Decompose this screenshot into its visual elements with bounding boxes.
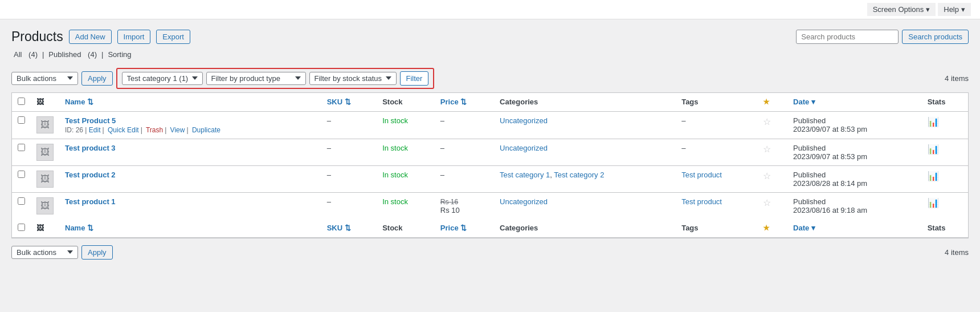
import-button[interactable]: Import bbox=[117, 30, 151, 44]
product-name-link[interactable]: Test product 3 bbox=[65, 144, 116, 152]
table-row: 🖼 Test product 2 – In stock – Test categ… bbox=[12, 165, 968, 192]
select-all-checkbox-bottom[interactable] bbox=[18, 224, 25, 231]
apply-top-button[interactable]: Apply bbox=[81, 71, 113, 86]
star-cell: ☆ bbox=[757, 139, 787, 165]
stock-status-filter-select[interactable]: Filter by stock status In stock Out of s… bbox=[309, 72, 397, 85]
tag-link[interactable]: Test product bbox=[681, 197, 722, 206]
category-link[interactable]: Uncategorized bbox=[500, 144, 548, 152]
image-placeholder-icon: 🖼 bbox=[40, 147, 50, 157]
export-button[interactable]: Export bbox=[156, 30, 190, 44]
star-button[interactable]: ☆ bbox=[763, 144, 771, 155]
star-button[interactable]: ☆ bbox=[763, 171, 771, 181]
add-new-button[interactable]: Add New bbox=[69, 30, 112, 44]
duplicate-link[interactable]: Duplicate bbox=[192, 126, 220, 134]
th-price[interactable]: Price ⇅ bbox=[435, 93, 494, 112]
all-link[interactable]: All (4) bbox=[11, 50, 40, 59]
products-table: 🖼 Name ⇅ SKU ⇅ Stock Price ⇅ Categories bbox=[11, 92, 969, 238]
stats-icon[interactable]: 📊 bbox=[928, 117, 939, 127]
date-cell: Published 2023/08/16 at 9:18 am bbox=[787, 192, 922, 219]
category-filter-select[interactable]: Test category 1 (1) bbox=[122, 72, 203, 85]
row-checkbox[interactable] bbox=[18, 171, 25, 178]
product-name-link[interactable]: Test product 1 bbox=[65, 197, 116, 206]
categories-cell: Uncategorized bbox=[494, 111, 676, 139]
product-type-filter-select[interactable]: Filter by product type Simple product Va… bbox=[206, 72, 306, 85]
star-button[interactable]: ☆ bbox=[763, 197, 771, 208]
filter-box: Test category 1 (1) Filter by product ty… bbox=[116, 68, 435, 89]
date-value: 2023/08/16 at 9:18 am bbox=[793, 206, 867, 214]
th-tags: Tags bbox=[676, 93, 757, 112]
sku-cell: – bbox=[321, 111, 377, 139]
bulk-actions-select-top[interactable]: Bulk actions Delete Move to Trash bbox=[11, 72, 78, 85]
sorting-link[interactable]: Sorting bbox=[105, 50, 133, 59]
chevron-down-icon: ▾ bbox=[961, 5, 965, 14]
help-label: Help bbox=[944, 5, 959, 14]
product-name-link[interactable]: Test Product 5 bbox=[65, 116, 116, 125]
row-checkbox[interactable] bbox=[18, 116, 25, 124]
search-input[interactable] bbox=[796, 30, 899, 44]
stock-status: In stock bbox=[382, 144, 408, 152]
th-sku-foot[interactable]: SKU ⇅ bbox=[321, 219, 377, 238]
edit-link[interactable]: Edit bbox=[89, 126, 101, 134]
chevron-down-icon: ▾ bbox=[926, 5, 930, 14]
th-star-foot[interactable]: ★ bbox=[757, 219, 787, 238]
product-name-cell: Test product 2 bbox=[59, 165, 321, 192]
th-date[interactable]: Date ▾ bbox=[787, 93, 922, 112]
quick-edit-link[interactable]: Quick Edit bbox=[108, 126, 139, 134]
tag-link[interactable]: Test product bbox=[681, 171, 722, 179]
page-title: Products bbox=[11, 29, 63, 46]
screen-options-button[interactable]: Screen Options ▾ bbox=[867, 3, 936, 16]
image-icon: 🖼 bbox=[36, 224, 44, 232]
th-name[interactable]: Name ⇅ bbox=[59, 93, 321, 112]
date-value: 2023/08/28 at 8:14 pm bbox=[793, 179, 867, 188]
stock-status: In stock bbox=[382, 197, 408, 206]
category-link[interactable]: Test category 2 bbox=[554, 171, 604, 179]
th-price-foot[interactable]: Price ⇅ bbox=[435, 219, 494, 238]
view-link[interactable]: View bbox=[170, 126, 185, 134]
image-placeholder-icon: 🖼 bbox=[40, 120, 50, 130]
sublinks-bar: All (4) | Published (4) | Sorting bbox=[11, 50, 969, 59]
star-cell: ☆ bbox=[757, 111, 787, 139]
row-actions: ID: 26 | Edit| Quick Edit| Trash| View| … bbox=[65, 126, 316, 134]
category-link[interactable]: Test category 1 bbox=[500, 171, 550, 179]
th-date-foot[interactable]: Date ▾ bbox=[787, 219, 922, 238]
th-name-foot[interactable]: Name ⇅ bbox=[59, 219, 321, 238]
category-link[interactable]: Uncategorized bbox=[500, 197, 548, 206]
sort-icon: ⇅ bbox=[345, 98, 351, 106]
table-header-row: 🖼 Name ⇅ SKU ⇅ Stock Price ⇅ Categories bbox=[12, 93, 968, 112]
filter-button[interactable]: Filter bbox=[400, 71, 429, 86]
category-link[interactable]: Uncategorized bbox=[500, 116, 548, 125]
stats-icon[interactable]: 📊 bbox=[928, 171, 939, 181]
search-products-button[interactable]: Search products bbox=[902, 30, 969, 44]
stats-icon[interactable]: 📊 bbox=[928, 144, 939, 154]
date-cell: Published 2023/09/07 at 8:53 pm bbox=[787, 111, 922, 139]
select-all-checkbox-top[interactable] bbox=[18, 98, 25, 105]
th-categories: Categories bbox=[494, 93, 676, 112]
trash-link[interactable]: Trash bbox=[146, 126, 163, 134]
page-header: Products Add New Import Export Search pr… bbox=[11, 29, 969, 46]
sort-desc-icon: ▾ bbox=[811, 224, 815, 232]
items-count-bottom: 4 items bbox=[945, 248, 969, 257]
product-thumbnail: 🖼 bbox=[36, 197, 54, 214]
th-categories-foot: Categories bbox=[494, 219, 676, 238]
star-button[interactable]: ☆ bbox=[763, 116, 771, 127]
row-checkbox[interactable] bbox=[18, 144, 25, 151]
date-cell: Published 2023/09/07 at 8:53 pm bbox=[787, 139, 922, 165]
help-button[interactable]: Help ▾ bbox=[938, 3, 971, 16]
apply-bottom-button[interactable]: Apply bbox=[81, 245, 113, 260]
date-status: Published bbox=[793, 144, 826, 152]
stats-icon[interactable]: 📊 bbox=[928, 198, 939, 208]
published-link[interactable]: Published (4) bbox=[46, 50, 99, 59]
tags-cell: Test product bbox=[676, 165, 757, 192]
stats-cell: 📊 bbox=[922, 192, 968, 219]
row-checkbox[interactable] bbox=[18, 197, 25, 205]
stats-cell: 📊 bbox=[922, 139, 968, 165]
product-name-link[interactable]: Test product 2 bbox=[65, 171, 116, 179]
tags-cell: – bbox=[676, 139, 757, 165]
star-cell: ☆ bbox=[757, 165, 787, 192]
sort-desc-icon: ▾ bbox=[811, 98, 815, 106]
bulk-actions-select-bottom[interactable]: Bulk actions Delete Move to Trash bbox=[11, 246, 78, 259]
product-thumbnail: 🖼 bbox=[36, 171, 54, 188]
th-sku[interactable]: SKU ⇅ bbox=[321, 93, 377, 112]
stock-cell: In stock bbox=[377, 139, 435, 165]
th-star[interactable]: ★ bbox=[757, 93, 787, 112]
